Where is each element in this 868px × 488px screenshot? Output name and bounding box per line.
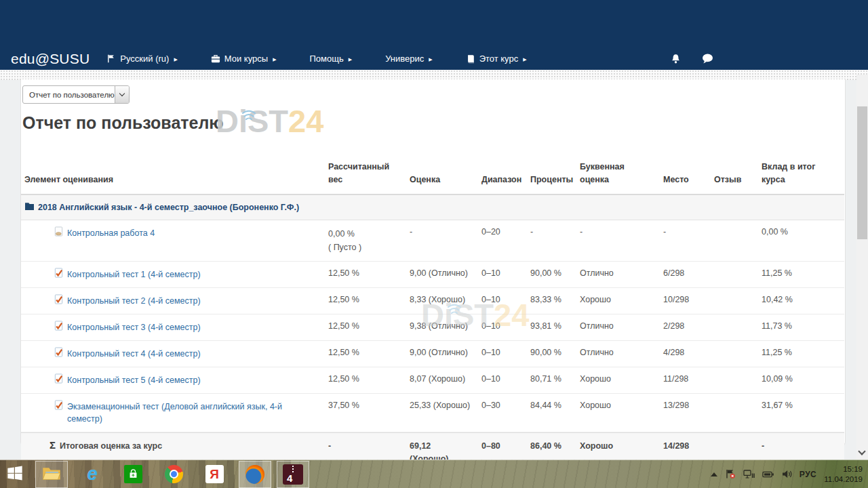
page-background-texture bbox=[0, 70, 868, 80]
taskbar-file-explorer[interactable] bbox=[35, 461, 68, 488]
percent-cell: 83,33 % bbox=[525, 288, 574, 314]
taskbar-windows-store[interactable] bbox=[117, 460, 149, 488]
letter-grade-cell: Отлично bbox=[574, 341, 658, 367]
table-row: Контрольный тест 1 (4-й семестр) 12,50 %… bbox=[21, 262, 844, 288]
caret-icon: ▶ bbox=[174, 57, 177, 62]
range-cell: 0–30 bbox=[476, 394, 525, 432]
table-header-row: Элемент оценивания Рассчитанный вес Оцен… bbox=[21, 149, 844, 195]
chevron-up-icon bbox=[711, 472, 717, 476]
grade-item-link[interactable]: Контрольный тест 1 (4-й семестр) bbox=[67, 268, 201, 281]
rank-cell: 4/298 bbox=[658, 341, 709, 367]
percent-cell: 84,44 % bbox=[525, 394, 574, 432]
taskbar-chrome[interactable] bbox=[157, 460, 190, 488]
report-type-select[interactable]: Отчет по пользователю bbox=[22, 85, 130, 104]
table-row: Контрольный тест 2 (4-й семестр) 12,50 %… bbox=[21, 288, 844, 314]
chevron-down-icon bbox=[119, 91, 125, 96]
scrollbar-down-arrow[interactable] bbox=[858, 447, 865, 455]
grade-item-link[interactable]: Экзаменационный тест (Деловой английский… bbox=[67, 401, 282, 425]
percent-cell: - bbox=[525, 220, 574, 261]
weight-cell: 12,50 % bbox=[323, 288, 404, 314]
notifications-bell-icon[interactable] bbox=[671, 54, 681, 64]
file-explorer-icon bbox=[42, 466, 61, 484]
nav-this-course-menu[interactable]: Этот курс ▶ bbox=[466, 54, 527, 64]
taskbar-yandex-browser[interactable]: Я bbox=[198, 460, 231, 488]
percent-cell: 90,00 % bbox=[525, 262, 574, 287]
table-row: Контрольный тест 3 (4-й семестр) 12,50 %… bbox=[21, 314, 844, 341]
chrome-icon bbox=[165, 465, 183, 483]
taskbar-clock[interactable]: 15:19 11.04.2019 bbox=[824, 464, 863, 485]
nav-univeris-menu[interactable]: Универис ▶ bbox=[385, 54, 433, 64]
grade-item-cell: Контрольный тест 2 (4-й семестр) bbox=[21, 288, 323, 314]
scrollbar-thumb[interactable] bbox=[857, 106, 867, 239]
grade-cell: 9,00 (Отлично) bbox=[404, 341, 476, 367]
taskbar-internet-explorer[interactable]: e bbox=[76, 460, 108, 488]
rank-cell: 10/298 bbox=[658, 288, 709, 314]
site-logo[interactable]: edu@SUSU bbox=[11, 51, 90, 67]
book-icon bbox=[466, 54, 475, 64]
grade-cell: 9,00 (Отлично) bbox=[404, 262, 476, 287]
language-indicator[interactable]: РУС bbox=[800, 470, 816, 479]
vertical-scrollbar[interactable] bbox=[856, 75, 868, 460]
feedback-cell bbox=[709, 220, 756, 261]
rank-cell: 11/298 bbox=[658, 367, 709, 393]
grade-item-link[interactable]: Контрольный тест 3 (4-й семестр) bbox=[67, 321, 201, 333]
rank-cell: 13/298 bbox=[658, 394, 709, 432]
range-cell: 0–10 bbox=[476, 314, 525, 340]
messages-chat-icon[interactable] bbox=[702, 54, 713, 64]
clock-date: 11.04.2019 bbox=[824, 474, 863, 485]
battery-icon[interactable] bbox=[762, 470, 774, 479]
taskbar-firefox[interactable] bbox=[239, 461, 271, 488]
column-header-weight: Рассчитанный вес bbox=[323, 149, 404, 194]
feedback-cell bbox=[709, 262, 756, 287]
screen: edu@SUSU Русский (ru) ▶ Мои курсы ▶ Помо… bbox=[0, 0, 868, 488]
rank-cell: 6/298 bbox=[658, 262, 709, 287]
column-header-grade: Оценка bbox=[404, 149, 476, 194]
weight-cell: 0,00 %( Пусто ) bbox=[323, 220, 404, 261]
column-header-percent: Проценты bbox=[525, 149, 574, 194]
letter-grade-cell: Хорошо bbox=[574, 394, 658, 432]
user-report-table: Элемент оценивания Рассчитанный вес Оцен… bbox=[21, 149, 844, 472]
windows-taskbar: e Я 4 РУС 15:19 1 bbox=[0, 460, 868, 488]
percent-cell: 93,81 % bbox=[525, 314, 574, 340]
sigma-icon: Σ bbox=[50, 440, 56, 451]
weight-cell: 12,50 % bbox=[323, 367, 404, 393]
nav-my-courses-menu[interactable]: Мои курсы ▶ bbox=[211, 54, 277, 64]
network-icon[interactable] bbox=[743, 470, 755, 479]
system-tray: РУС 15:19 11.04.2019 bbox=[711, 464, 868, 485]
assignment-icon bbox=[54, 227, 64, 239]
main-menu: Русский (ru) ▶ Мои курсы ▶ Помощь ▶ Унив… bbox=[107, 54, 526, 64]
column-header-feedback: Отзыв bbox=[709, 149, 756, 194]
weight-cell: 12,50 % bbox=[323, 262, 404, 287]
percent-cell: 80,71 % bbox=[525, 367, 574, 393]
start-button[interactable] bbox=[0, 460, 30, 488]
grade-item-link[interactable]: Контрольная работа 4 bbox=[67, 227, 155, 239]
grade-item-link[interactable]: Контрольный тест 2 (4-й семестр) bbox=[67, 295, 201, 307]
grade-item-cell: Контрольная работа 4 bbox=[21, 220, 323, 261]
percent-cell: 90,00 % bbox=[525, 341, 574, 367]
speaker-icon[interactable] bbox=[782, 470, 792, 479]
tray-show-hidden-icons[interactable] bbox=[711, 472, 717, 476]
flag-icon bbox=[107, 54, 116, 63]
contribution-cell: 11,25 % bbox=[756, 341, 844, 367]
weight-cell: 37,50 % bbox=[323, 394, 404, 432]
quiz-icon bbox=[54, 401, 64, 412]
contribution-cell: 31,67 % bbox=[756, 394, 844, 432]
action-center-flag-icon[interactable] bbox=[725, 469, 736, 479]
taskbar-app-4[interactable]: 4 bbox=[277, 461, 309, 488]
column-header-contribution: Вклад в итог курса bbox=[756, 149, 844, 194]
grade-item-link[interactable]: Контрольный тест 5 (4-й семестр) bbox=[67, 374, 201, 386]
select-arrow-button[interactable] bbox=[115, 86, 129, 103]
nav-language-menu[interactable]: Русский (ru) ▶ bbox=[107, 54, 177, 64]
caret-icon: ▶ bbox=[429, 57, 432, 62]
feedback-cell bbox=[709, 341, 756, 367]
contribution-cell: 0,00 % bbox=[756, 220, 844, 261]
grade-cell: 25,33 (Хорошо) bbox=[404, 394, 476, 432]
grade-item-link[interactable]: Контрольный тест 4 (4-й семестр) bbox=[67, 348, 201, 360]
contribution-cell: 11,25 % bbox=[756, 262, 844, 287]
clock-time: 15:19 bbox=[824, 464, 863, 474]
grade-cell: 8,33 (Хорошо) bbox=[404, 288, 476, 314]
grade-item-cell: Контрольный тест 1 (4-й семестр) bbox=[21, 262, 323, 287]
range-cell: 0–20 bbox=[476, 220, 525, 261]
course-total-label: Итоговая оценка за курс bbox=[60, 440, 162, 452]
nav-help-menu[interactable]: Помощь ▶ bbox=[310, 54, 353, 64]
